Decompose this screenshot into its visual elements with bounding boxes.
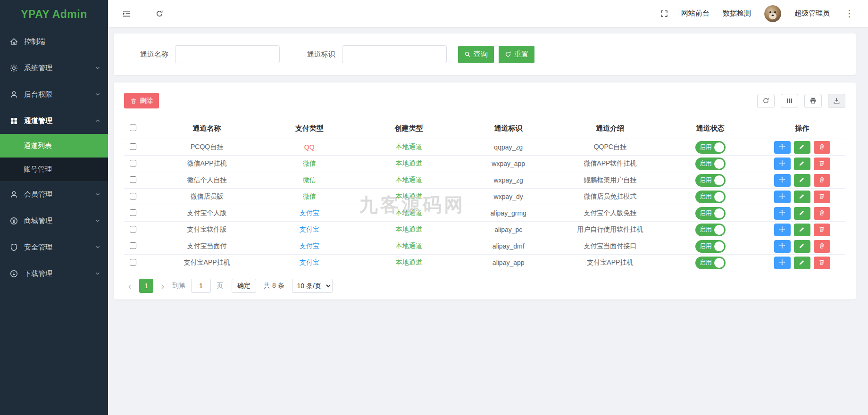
confirm-page-button[interactable]: 确定	[232, 279, 256, 293]
move-row-button[interactable]	[774, 174, 791, 187]
status-toggle[interactable]: 启用	[695, 257, 726, 269]
delete-row-button[interactable]	[814, 240, 830, 253]
edit-row-button[interactable]	[794, 257, 810, 269]
next-page-button[interactable]: ›	[159, 281, 167, 291]
export-button[interactable]	[828, 94, 845, 108]
status-toggle[interactable]: 启用	[695, 158, 726, 170]
sidebar-item-会员管理[interactable]: 会员管理	[0, 181, 108, 208]
cell-channel-code: alipay_pc	[459, 222, 558, 238]
edit-row-button[interactable]	[794, 207, 810, 220]
row-checkbox[interactable]	[130, 259, 136, 266]
sidebar-item-系统管理[interactable]: 系统管理	[0, 55, 108, 81]
edit-icon	[799, 209, 805, 217]
goto-page-input[interactable]	[191, 279, 211, 293]
chevron-down-icon	[95, 91, 100, 97]
row-checkbox[interactable]	[130, 242, 136, 249]
move-row-button[interactable]	[774, 257, 791, 269]
cell-channel-name: 支付宝软件版	[154, 222, 259, 238]
row-checkbox[interactable]	[130, 209, 136, 216]
delete-row-button[interactable]	[814, 141, 830, 154]
move-icon	[779, 259, 785, 267]
sidebar-item-通道管理[interactable]: 通道管理	[0, 108, 108, 134]
delete-row-button[interactable]	[814, 207, 830, 220]
cell-create-type: 本地通道	[359, 172, 459, 189]
edit-row-button[interactable]	[794, 158, 810, 170]
fullscreen-icon[interactable]	[660, 10, 668, 17]
select-all-checkbox[interactable]	[130, 124, 136, 131]
channel-code-input[interactable]	[342, 45, 447, 63]
cell-channel-name: PCQQ自挂	[154, 139, 259, 156]
status-toggle[interactable]: 启用	[695, 191, 726, 203]
edit-icon	[799, 143, 805, 151]
delete-row-button[interactable]	[814, 158, 830, 170]
row-checkbox[interactable]	[130, 176, 136, 183]
sidebar-item-label: 后台权限	[24, 90, 95, 99]
cell-pay-type: 支付宝	[259, 222, 359, 238]
toggle-knob	[714, 175, 724, 185]
row-checkbox[interactable]	[130, 226, 136, 232]
toggle-knob	[714, 258, 724, 268]
status-toggle[interactable]: 启用	[695, 174, 726, 187]
column-header: 通道名称	[154, 120, 259, 139]
edit-row-button[interactable]	[794, 224, 810, 236]
sidebar-item-商城管理[interactable]: 商城管理	[0, 208, 108, 234]
move-row-button[interactable]	[774, 158, 791, 170]
move-row-button[interactable]	[774, 207, 791, 220]
more-menu-icon[interactable]: ⋮	[843, 8, 856, 19]
edit-row-button[interactable]	[794, 191, 810, 203]
nav-data-check[interactable]: 数据检测	[723, 9, 751, 18]
chevron-down-icon	[95, 244, 100, 250]
delete-button[interactable]: 删除	[124, 93, 159, 108]
delete-row-button[interactable]	[814, 191, 830, 203]
row-checkbox[interactable]	[130, 143, 136, 150]
sidebar-item-后台权限[interactable]: 后台权限	[0, 81, 108, 108]
status-toggle[interactable]: 启用	[695, 224, 726, 236]
toggle-knob	[714, 142, 724, 152]
sidebar-item-下载管理[interactable]: 下载管理	[0, 260, 108, 287]
move-row-button[interactable]	[774, 191, 791, 203]
cell-pay-type: QQ	[259, 139, 359, 156]
sidebar-item-控制端[interactable]: 控制端	[0, 28, 108, 55]
row-checkbox[interactable]	[130, 193, 136, 199]
app-root: YPAY Admin 控制端系统管理后台权限通道管理通道列表账号管理会员管理商城…	[0, 0, 868, 415]
page-number-button[interactable]: 1	[139, 279, 153, 293]
move-row-button[interactable]	[774, 224, 791, 236]
status-toggle[interactable]: 启用	[695, 141, 726, 154]
print-button[interactable]	[804, 94, 822, 108]
delete-row-button[interactable]	[814, 224, 830, 236]
refresh-table-button[interactable]	[757, 94, 775, 108]
query-button[interactable]: 查询	[458, 46, 494, 63]
collapse-sidebar-icon[interactable]	[122, 10, 131, 17]
sidebar-subitem-通道列表[interactable]: 通道列表	[0, 134, 108, 158]
per-page-select[interactable]: 10 条/页	[292, 279, 333, 293]
edit-row-button[interactable]	[794, 141, 810, 154]
refresh-page-icon[interactable]	[156, 10, 163, 17]
column-header: 通道介绍	[558, 120, 662, 139]
status-toggle[interactable]: 启用	[695, 207, 726, 220]
prev-page-button[interactable]: ‹	[126, 281, 134, 291]
column-header: 操作	[759, 120, 845, 139]
sidebar-nav: 控制端系统管理后台权限通道管理通道列表账号管理会员管理商城管理安全管理下载管理	[0, 28, 108, 287]
reset-button[interactable]: 重置	[499, 46, 534, 63]
sidebar-subitem-账号管理[interactable]: 账号管理	[0, 158, 108, 181]
sidebar-item-安全管理[interactable]: 安全管理	[0, 234, 108, 260]
delete-row-button[interactable]	[814, 174, 830, 187]
edit-row-button[interactable]	[794, 240, 810, 253]
trash-icon	[818, 259, 825, 267]
status-toggle[interactable]: 启用	[695, 240, 726, 253]
nav-site-frontend[interactable]: 网站前台	[681, 9, 709, 18]
edit-row-button[interactable]	[794, 174, 810, 187]
row-checkbox[interactable]	[130, 160, 136, 166]
move-row-button[interactable]	[774, 240, 791, 253]
move-row-button[interactable]	[774, 141, 791, 154]
cell-create-type: 本地通道	[359, 156, 459, 172]
move-icon	[779, 160, 785, 168]
total-count-label: 共 8 条	[264, 282, 284, 290]
channel-name-input[interactable]	[175, 45, 280, 63]
delete-row-button[interactable]	[814, 257, 830, 269]
column-header: 通道状态	[662, 120, 759, 139]
columns-button[interactable]	[781, 94, 798, 108]
cell-pay-type: 支付宝	[259, 255, 359, 271]
avatar[interactable]	[764, 5, 781, 22]
user-icon	[9, 190, 18, 199]
